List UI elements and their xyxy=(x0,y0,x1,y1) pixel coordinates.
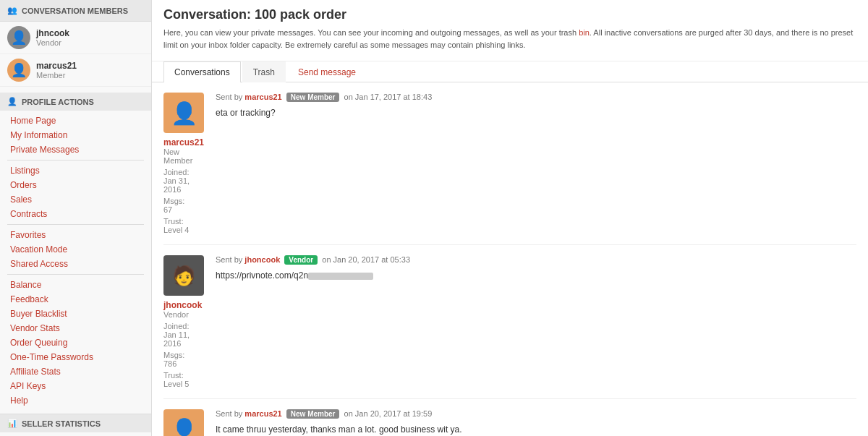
sidebar-item-orders[interactable]: Orders xyxy=(0,178,151,192)
message-3: 👤 marcus21 New Member Joined:Jan 31, 201… xyxy=(163,399,856,436)
page-title: Conversation: 100 pack order xyxy=(163,7,856,22)
sidebar-item-shared-access[interactable]: Shared Access xyxy=(0,257,151,271)
trash-link[interactable]: bin xyxy=(579,28,590,37)
msg-3-avatar-section: 👤 marcus21 New Member Joined:Jan 31, 201… xyxy=(163,409,207,436)
member-jhncook: 👤 jhncook Vendor xyxy=(0,22,151,54)
avatar-marcus21: 👤 xyxy=(7,59,30,82)
profile-icon: 👤 xyxy=(7,97,17,106)
avatar-photo-icon: 👤 xyxy=(11,30,27,46)
msg-2-avatar: 🧑 xyxy=(163,255,204,296)
avatar-jhncook: 👤 xyxy=(7,26,30,49)
sidebar-item-balance[interactable]: Balance xyxy=(0,278,151,292)
person-icon: 👤 xyxy=(171,101,197,126)
tab-bar: Conversations Trash Send message xyxy=(152,61,868,82)
sidebar-divider-2 xyxy=(7,224,144,225)
sidebar-item-favorites[interactable]: Favorites xyxy=(0,228,151,242)
sidebar-item-order-queuing[interactable]: Order Queuing xyxy=(0,335,151,350)
member-jhncook-name: jhncook xyxy=(36,28,69,38)
sidebar-item-api-keys[interactable]: API Keys xyxy=(0,379,151,393)
member-marcus21-name: marcus21 xyxy=(36,61,77,71)
conversation-members-header: 👥 CONVERSATION MEMBERS xyxy=(0,0,151,22)
currently-selling-title: Currently selling xyxy=(0,432,151,436)
message-2: 🧑 jhoncook Vendor Joined:Jan 11, 2016 Ms… xyxy=(163,245,856,399)
msg-2-content: Sent by jhoncook Vendor on Jan 20, 2017 … xyxy=(216,255,856,388)
profile-actions-header: 👤 PROFILE ACTIONS xyxy=(0,93,151,111)
msg-3-content: Sent by marcus21 New Member on Jan 20, 2… xyxy=(216,409,856,436)
msg-3-badge: New Member xyxy=(286,409,340,419)
msg-3-text: It came thruu yesterday, thanks man a lo… xyxy=(216,423,856,436)
msg-2-trust: Level 5 xyxy=(163,380,196,388)
messages-area: 👤 marcus21 New Member Joined:Jan 31, 201… xyxy=(152,82,868,436)
sidebar-item-buyer-blacklist[interactable]: Buyer Blacklist xyxy=(0,307,151,321)
msg-1-date: on Jan 17, 2017 at 18:43 xyxy=(344,93,433,101)
seller-stats-header: 📊 SELLER STATISTICS xyxy=(0,414,151,432)
msg-2-sender: jhoncook xyxy=(244,255,280,264)
sidebar-item-listings[interactable]: Listings xyxy=(0,163,151,178)
msg-3-sender: marcus21 xyxy=(244,409,281,418)
msg-1-content: Sent by marcus21 New Member on Jan 17, 2… xyxy=(216,93,856,234)
sidebar-item-help[interactable]: Help xyxy=(0,393,151,408)
sidebar-item-affiliate-stats[interactable]: Affiliate Stats xyxy=(0,364,151,379)
msg-1-avatar: 👤 xyxy=(163,93,204,133)
sidebar-item-private-messages[interactable]: Private Messages xyxy=(0,142,151,157)
stats-icon: 📊 xyxy=(7,419,17,428)
sidebar-item-one-time-passwords[interactable]: One-Time Passwords xyxy=(0,350,151,364)
msg-3-date: on Jan 20, 2017 at 19:59 xyxy=(344,409,433,418)
msg-1-trust: Level 4 xyxy=(163,226,196,234)
sidebar-item-home-page[interactable]: Home Page xyxy=(0,114,151,128)
message-1: 👤 marcus21 New Member Joined:Jan 31, 201… xyxy=(163,82,856,245)
person-icon-3: 👤 xyxy=(171,417,197,437)
sidebar-item-contracts[interactable]: Contracts xyxy=(0,207,151,221)
tab-trash[interactable]: Trash xyxy=(242,61,286,82)
sidebar-item-feedback[interactable]: Feedback xyxy=(0,292,151,307)
msg-2-role: Vendor xyxy=(163,310,207,319)
main-content: Conversation: 100 pack order Here, you c… xyxy=(152,0,868,436)
profile-actions-section: 👤 PROFILE ACTIONS Home Page My Informati… xyxy=(0,87,151,414)
msg-1-msgs: 67 xyxy=(163,205,196,214)
msg-1-role: New Member xyxy=(163,148,207,165)
msg-1-sender: marcus21 xyxy=(244,93,281,101)
sidebar-item-vacation-mode[interactable]: Vacation Mode xyxy=(0,242,151,257)
jhoncook-photo-icon: 🧑 xyxy=(172,265,195,287)
tab-conversations[interactable]: Conversations xyxy=(163,61,241,82)
msg-2-msgs: 786 xyxy=(163,359,196,368)
redacted-1 xyxy=(308,273,373,280)
sidebar-item-sales[interactable]: Sales xyxy=(0,192,151,207)
msg-2-date: on Jan 20, 2017 at 05:33 xyxy=(322,255,410,264)
sidebar-divider-3 xyxy=(7,274,144,275)
msg-2-badge: Vendor xyxy=(284,255,318,265)
msg-2-username: jhoncook xyxy=(163,300,207,310)
seller-statistics-section: 📊 SELLER STATISTICS Currently selling Li… xyxy=(0,414,151,436)
msg-2-text: https://privnote.com/q2n xyxy=(216,269,856,282)
msg-3-avatar: 👤 xyxy=(163,409,204,436)
main-header: Conversation: 100 pack order Here, you c… xyxy=(152,0,868,61)
msg-1-username: marcus21 xyxy=(163,137,207,148)
member-jhncook-role: Vendor xyxy=(36,38,69,47)
sidebar-item-my-information[interactable]: My Information xyxy=(0,128,151,142)
notice-text: Here, you can view your private messages… xyxy=(163,27,856,51)
sidebar-divider-1 xyxy=(7,160,144,161)
members-icon: 👥 xyxy=(7,6,17,15)
msg-2-avatar-section: 🧑 jhoncook Vendor Joined:Jan 11, 2016 Ms… xyxy=(163,255,207,388)
user-icon: 👤 xyxy=(11,62,27,78)
msg-1-badge: New Member xyxy=(286,93,340,102)
sidebar-item-vendor-stats[interactable]: Vendor Stats xyxy=(0,321,151,335)
tab-send-message[interactable]: Send message xyxy=(287,61,367,82)
member-marcus21: 👤 marcus21 Member xyxy=(0,54,151,87)
sidebar: 👥 CONVERSATION MEMBERS 👤 jhncook Vendor … xyxy=(0,0,152,436)
member-marcus21-role: Member xyxy=(36,71,77,80)
msg-1-joined: Jan 31, 2016 xyxy=(163,176,196,194)
msg-1-avatar-section: 👤 marcus21 New Member Joined:Jan 31, 201… xyxy=(163,93,207,234)
msg-2-joined: Jan 11, 2016 xyxy=(163,330,196,348)
msg-1-text: eta or tracking? xyxy=(216,106,856,119)
